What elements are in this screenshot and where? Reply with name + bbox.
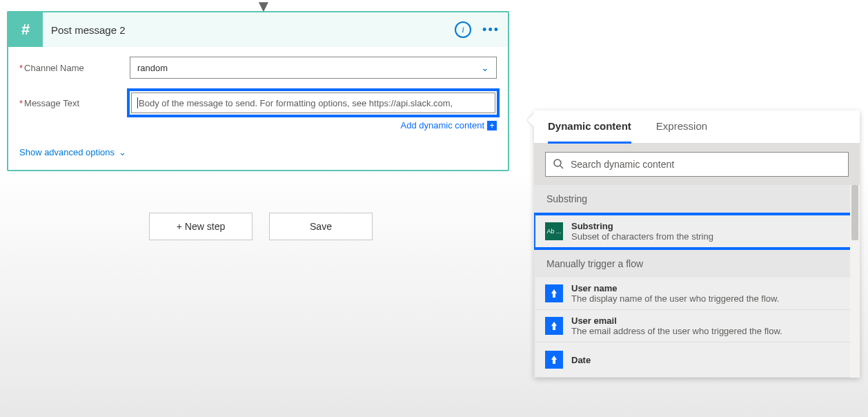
dyn-item-title: Substring	[571, 221, 713, 231]
show-advanced-options-link[interactable]: Show advanced options⌄	[19, 147, 497, 157]
info-icon[interactable]: i	[455, 21, 471, 38]
chevron-down-icon: ⌄	[481, 62, 489, 73]
card-title: Post message 2	[43, 24, 455, 36]
tab-dynamic-content[interactable]: Dynamic content	[548, 110, 631, 144]
svg-line-1	[560, 166, 563, 168]
dyn-item-sub: The display name of the user who trigger…	[571, 293, 779, 304]
dyn-item-title: User name	[571, 283, 779, 293]
action-card-post-message: # Post message 2 i ••• *Channel Name ran…	[7, 11, 509, 171]
slack-hash-icon: #	[8, 12, 43, 47]
chevron-down-icon: ⌄	[119, 147, 126, 157]
save-button[interactable]: Save	[269, 213, 373, 240]
search-icon	[553, 158, 564, 171]
message-text-input[interactable]: Body of the message to send. For formatt…	[131, 93, 495, 113]
message-text-placeholder: Body of the message to send. For formatt…	[139, 98, 453, 108]
channel-name-label: *Channel Name	[19, 63, 130, 73]
section-header-substring: Substring	[534, 185, 860, 213]
trigger-icon	[545, 284, 563, 302]
scrollbar[interactable]	[850, 185, 860, 378]
dyn-item-sub: The email address of the user who trigge…	[571, 326, 782, 336]
dynamic-content-panel: Dynamic content Expression Search dynami…	[534, 110, 860, 378]
panel-pointer-icon	[527, 113, 534, 127]
message-text-label: *Message Text	[19, 98, 130, 108]
panel-body: Substring Ab ... Substring Subset of cha…	[534, 185, 860, 378]
new-step-button[interactable]: + New step	[149, 213, 253, 240]
card-body: *Channel Name random ⌄ *Message Text Bod…	[8, 47, 508, 170]
search-input[interactable]: Search dynamic content	[545, 152, 849, 177]
channel-name-select[interactable]: random ⌄	[130, 57, 497, 79]
message-text-highlight: Body of the message to send. For formatt…	[127, 88, 500, 117]
dyn-item-user-email[interactable]: User email The email address of the user…	[535, 310, 850, 342]
card-menu-button[interactable]: •••	[482, 23, 500, 37]
dyn-item-sub: Subset of characters from the string	[571, 231, 713, 242]
substring-icon: Ab ...	[545, 222, 563, 240]
dyn-item-date[interactable]: Date	[535, 342, 850, 378]
plus-icon: +	[487, 121, 497, 130]
trigger-icon	[545, 317, 563, 335]
dyn-item-substring[interactable]: Ab ... Substring Subset of characters fr…	[534, 213, 853, 250]
dyn-item-user-name[interactable]: User name The display name of the user w…	[535, 278, 850, 310]
svg-point-0	[554, 159, 561, 166]
dyn-item-title: Date	[571, 355, 591, 365]
trigger-icon	[545, 351, 563, 369]
search-placeholder: Search dynamic content	[571, 159, 674, 170]
panel-tabs: Dynamic content Expression	[534, 110, 860, 144]
channel-name-value: random	[137, 63, 168, 73]
designer-buttons: + New step Save	[149, 213, 373, 240]
add-dynamic-content-link[interactable]: Add dynamic content+	[401, 120, 497, 130]
tab-expression[interactable]: Expression	[656, 110, 707, 143]
section-header-manual-trigger: Manually trigger a flow	[534, 250, 860, 278]
card-header[interactable]: # Post message 2 i •••	[8, 12, 508, 47]
dyn-item-title: User email	[571, 316, 782, 326]
